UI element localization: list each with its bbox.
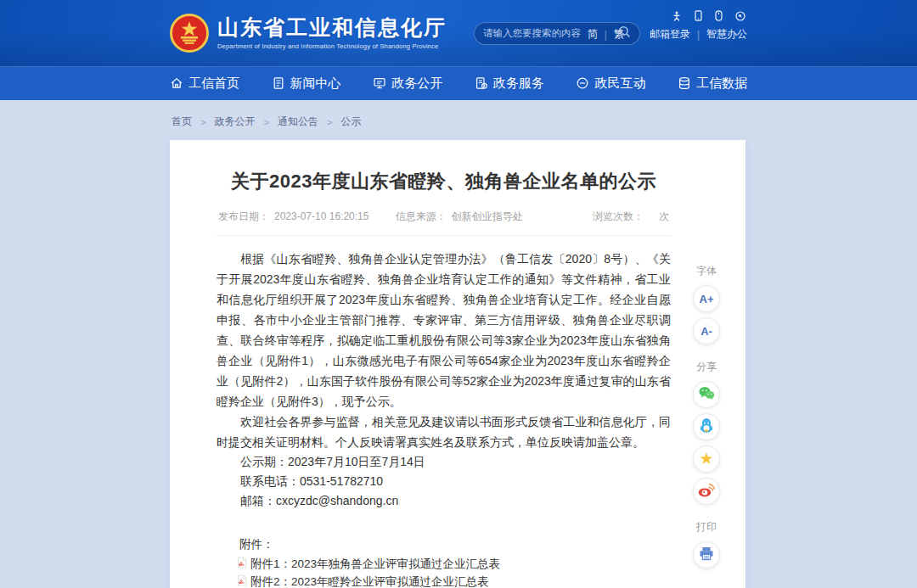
site-title: 山东省工业和信息化厅 xyxy=(217,16,447,40)
lang-simplified-link[interactable]: 简 xyxy=(588,27,598,42)
nav-item-news[interactable]: 新闻中心 xyxy=(272,76,341,92)
attachments-section: 附件： 附件1：2023年独角兽企业评审拟通过企业汇总表 附件2：2023年瞪羚… xyxy=(217,536,671,588)
share-weibo-button[interactable] xyxy=(693,478,720,505)
nav-item-label: 工信首页 xyxy=(188,76,239,92)
pdf-icon xyxy=(237,557,247,571)
share-qq-button[interactable] xyxy=(693,413,720,440)
breadcrumb-disclosure[interactable]: 政务公开 xyxy=(214,115,255,129)
site-identity: 山东省工业和信息化厅 Department of Industry and In… xyxy=(217,16,447,50)
nav-item-label: 工信数据 xyxy=(696,76,747,92)
nav-item-label: 新闻中心 xyxy=(290,76,341,92)
print-button[interactable] xyxy=(693,541,720,568)
publish-date-value: 2023-07-10 16:20:15 xyxy=(274,210,368,222)
attachment-link-2[interactable]: 附件2：2023年瞪羚企业评审拟通过企业汇总表 xyxy=(237,574,671,588)
home-icon xyxy=(170,76,183,90)
pdf-icon xyxy=(237,574,247,588)
disclosure-icon xyxy=(373,76,386,90)
source-label: 信息来源： xyxy=(396,210,447,222)
divider: | xyxy=(605,29,607,41)
attachment-label: 附件1：2023年独角兽企业评审拟通过企业汇总表 xyxy=(250,557,500,570)
nav-item-label: 政民互动 xyxy=(594,76,645,92)
article-paragraph: 根据《山东省瞪羚、独角兽企业认定管理办法》（鲁工信发〔2020〕8号）、《关于开… xyxy=(217,249,671,412)
print-label: 打印 xyxy=(683,520,730,535)
nav-item-interaction[interactable]: 政民互动 xyxy=(576,76,645,92)
breadcrumb-current[interactable]: 公示 xyxy=(340,115,361,129)
font-decrease-button[interactable]: A- xyxy=(693,317,720,344)
news-icon xyxy=(272,76,285,90)
data-icon xyxy=(678,76,691,90)
wechat-icon xyxy=(698,386,715,404)
attachment-label: 附件2：2023年瞪羚企业评审拟通过企业汇总表 xyxy=(250,575,489,588)
main-nav: 工信首页 新闻中心 政务公开 政务服务 政民互动 xyxy=(0,66,917,100)
nav-item-data[interactable]: 工信数据 xyxy=(678,76,747,92)
national-emblem-icon xyxy=(170,14,209,53)
publish-date-label: 发布日期： xyxy=(218,210,269,222)
wisdom-icon[interactable] xyxy=(735,11,745,21)
nav-item-label: 政务公开 xyxy=(391,76,442,92)
share-qzone-button[interactable]: ★ xyxy=(693,445,720,473)
font-increase-text: A+ xyxy=(700,293,714,305)
printer-icon xyxy=(699,546,714,564)
publicity-period-line: 公示期：2023年7月10日至7月14日 xyxy=(217,452,671,472)
smart-office-link[interactable]: 智慧办公 xyxy=(706,27,747,42)
qzone-icon: ★ xyxy=(699,451,713,467)
breadcrumb-separator: > xyxy=(200,117,205,127)
share-label: 分享 xyxy=(683,360,730,374)
article-card: 关于2023年度山东省瞪羚、独角兽企业名单的公示 发布日期：2023-07-10… xyxy=(170,140,745,588)
contact-email-line: 邮箱：cxcyzdc@shandong.cn xyxy=(217,491,671,511)
mouse-icon[interactable] xyxy=(715,10,723,21)
header-banner: 山东省工业和信息化厅 Department of Industry and In… xyxy=(0,0,917,66)
attachments-label: 附件： xyxy=(217,536,671,553)
nav-item-home[interactable]: 工信首页 xyxy=(170,76,239,92)
nav-item-service[interactable]: 政务服务 xyxy=(475,76,544,92)
article-meta: 发布日期：2023-07-10 16:20:15 信息来源：创新创业指导处 浏览… xyxy=(217,210,671,236)
views-suffix: 次 xyxy=(659,210,669,222)
mobile-icon[interactable] xyxy=(695,10,702,21)
contact-phone-line: 联系电话：0531-51782710 xyxy=(217,472,671,491)
qq-icon xyxy=(699,417,714,437)
share-wechat-button[interactable] xyxy=(693,381,720,408)
font-increase-button[interactable]: A+ xyxy=(693,285,720,312)
weibo-icon xyxy=(698,483,715,501)
source-value: 创新创业指导处 xyxy=(452,210,523,222)
site-subtitle: Department of Industry and Information T… xyxy=(217,42,447,50)
breadcrumb-separator: > xyxy=(327,117,332,127)
font-decrease-text: A- xyxy=(700,325,712,338)
interaction-icon xyxy=(576,76,589,90)
article-title: 关于2023年度山东省瞪羚、独角兽企业名单的公示 xyxy=(217,169,671,194)
attachment-link-1[interactable]: 附件1：2023年独角兽企业评审拟通过企业汇总表 xyxy=(237,557,671,571)
nav-item-disclosure[interactable]: 政务公开 xyxy=(373,76,442,92)
article-paragraph: 欢迎社会各界参与监督，相关意见及建议请以书面形式反馈省工业和信息化厅，同时提交相… xyxy=(217,412,671,452)
views-label: 浏览次数： xyxy=(593,210,644,222)
side-tools: 字体 A+ A- 分享 ★ 打印 xyxy=(683,264,730,574)
breadcrumb-home[interactable]: 首页 xyxy=(172,115,192,129)
breadcrumb-separator: > xyxy=(263,117,268,127)
mail-login-link[interactable]: 邮箱登录 xyxy=(650,27,690,42)
lang-traditional-link[interactable]: 繁 xyxy=(614,27,624,42)
accessibility-icon[interactable] xyxy=(672,11,682,21)
breadcrumb-notices[interactable]: 通知公告 xyxy=(278,115,318,129)
font-size-label: 字体 xyxy=(683,264,730,278)
divider: | xyxy=(697,29,700,41)
topbar: 简 | 繁 邮箱登录 | 智慧办公 xyxy=(588,10,747,42)
service-icon xyxy=(475,76,488,90)
nav-item-label: 政务服务 xyxy=(493,76,544,92)
breadcrumb: 首页 > 政务公开 > 通知公告 > 公示 xyxy=(172,115,917,129)
